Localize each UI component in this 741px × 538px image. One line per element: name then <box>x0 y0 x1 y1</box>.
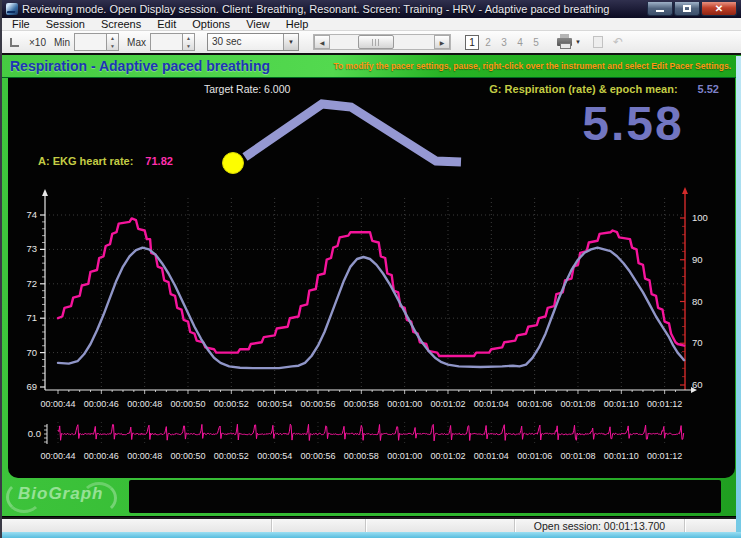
print-button[interactable]: ▼ <box>557 38 581 46</box>
svg-text:00:01:06: 00:01:06 <box>517 451 552 461</box>
footer-band: BioGraph <box>2 478 741 516</box>
menu-file[interactable]: File <box>4 18 38 31</box>
min-spin-buttons[interactable]: ▲▼ <box>106 33 119 51</box>
svg-text:00:00:58: 00:00:58 <box>344 399 379 409</box>
respiration-label: G: Respiration (rate) & epoch mean: <box>489 83 677 95</box>
svg-text:100: 100 <box>692 212 708 223</box>
svg-text:00:01:04: 00:01:04 <box>474 451 509 461</box>
spin-up-icon[interactable]: ▲ <box>107 34 118 42</box>
spin-up-icon[interactable]: ▲ <box>183 34 194 42</box>
svg-text:00:00:56: 00:00:56 <box>300 399 335 409</box>
toolbar: ×10 Min ▲▼ Max ▲▼ 30 sec ▼ ◀ ▶ 1 2 3 4 5 <box>2 31 741 55</box>
app-logo-icon <box>6 3 18 15</box>
svg-text:00:01:00: 00:01:00 <box>387 399 422 409</box>
menu-help[interactable]: Help <box>278 18 317 31</box>
app-window: Reviewing mode. Open Display session. Cl… <box>0 0 741 538</box>
svg-text:0.0: 0.0 <box>28 428 41 439</box>
page-button-1[interactable]: 1 <box>465 35 479 50</box>
svg-text:00:01:04: 00:01:04 <box>474 399 509 409</box>
menu-screens[interactable]: Screens <box>93 18 149 31</box>
chevron-down-icon[interactable]: ▼ <box>283 34 298 50</box>
interval-dropdown[interactable]: 30 sec ▼ <box>207 33 299 51</box>
status-bar: Open session: 00:01:13.700 <box>2 517 741 532</box>
status-segment <box>2 519 272 532</box>
svg-text:00:00:58: 00:00:58 <box>344 451 379 461</box>
svg-text:00:00:46: 00:00:46 <box>84 399 119 409</box>
status-session-time: Open session: 00:01:13.700 <box>515 519 685 532</box>
svg-text:00:01:10: 00:01:10 <box>604 399 639 409</box>
scroll-right-icon[interactable]: ▶ <box>434 35 450 49</box>
page-button-4[interactable]: 4 <box>513 35 527 50</box>
svg-text:00:01:02: 00:01:02 <box>430 399 465 409</box>
minimize-button[interactable] <box>647 2 673 16</box>
close-icon: ✕ <box>715 4 723 14</box>
svg-text:00:01:00: 00:01:00 <box>387 451 422 461</box>
undo-icon[interactable]: ↶ <box>613 35 623 49</box>
title-bar: Reviewing mode. Open Display session. Cl… <box>2 0 741 18</box>
svg-text:00:00:56: 00:00:56 <box>300 451 335 461</box>
svg-text:80: 80 <box>692 296 703 307</box>
menu-view[interactable]: View <box>238 18 278 31</box>
respiration-epoch-mean-value: 5.52 <box>698 83 719 95</box>
min-input[interactable] <box>74 33 106 51</box>
svg-text:00:00:54: 00:00:54 <box>257 451 292 461</box>
page-button-2[interactable]: 2 <box>481 35 495 50</box>
svg-text:70: 70 <box>692 337 703 348</box>
instrument-panel[interactable]: 6970717273746070809010000:00:4400:00:460… <box>8 78 735 478</box>
window-right-frame <box>736 56 741 532</box>
status-segment <box>685 519 741 532</box>
scroll-left-icon[interactable]: ◀ <box>314 35 330 49</box>
svg-text:00:01:06: 00:01:06 <box>517 399 552 409</box>
menu-options[interactable]: Options <box>184 18 238 31</box>
svg-text:00:00:48: 00:00:48 <box>127 451 162 461</box>
status-segment <box>366 519 515 532</box>
svg-text:90: 90 <box>692 254 703 265</box>
ekg-heart-rate-value: 71.82 <box>145 155 173 167</box>
respiration-rate-big-value: 5.58 <box>548 96 718 151</box>
page-button-3[interactable]: 3 <box>497 35 511 50</box>
page-button-5[interactable]: 5 <box>529 35 543 50</box>
svg-text:69: 69 <box>26 381 37 392</box>
svg-text:00:00:44: 00:00:44 <box>40 451 75 461</box>
ekg-readout: A: EKG heart rate: 71.82 <box>38 155 173 167</box>
copy-icon[interactable] <box>593 36 603 48</box>
ekg-label: A: EKG heart rate: <box>38 155 133 167</box>
max-spinner: ▲▼ <box>150 33 195 51</box>
close-button[interactable]: ✕ <box>701 2 737 16</box>
menu-session[interactable]: Session <box>38 18 93 31</box>
svg-text:72: 72 <box>26 278 37 289</box>
svg-text:00:00:52: 00:00:52 <box>214 451 249 461</box>
screen-banner: Respiration - Adaptive paced breathing T… <box>2 55 741 78</box>
svg-text:00:01:08: 00:01:08 <box>560 451 595 461</box>
max-label: Max <box>127 37 146 48</box>
menu-edit[interactable]: Edit <box>149 18 184 31</box>
scrollbar-track[interactable] <box>330 35 434 49</box>
spin-down-icon[interactable]: ▼ <box>107 42 118 50</box>
svg-text:00:00:52: 00:00:52 <box>214 399 249 409</box>
maximize-button[interactable] <box>674 2 700 16</box>
window-title: Reviewing mode. Open Display session. Cl… <box>22 3 643 15</box>
status-segment <box>272 519 366 532</box>
spin-down-icon[interactable]: ▼ <box>183 42 194 50</box>
printer-icon <box>557 38 572 46</box>
pacer-hint-text: To modify the pacer settings, pause, rig… <box>333 61 731 71</box>
min-spinner: ▲▼ <box>74 33 119 51</box>
svg-text:00:00:50: 00:00:50 <box>170 399 205 409</box>
minimize-icon <box>656 10 664 12</box>
svg-text:71: 71 <box>26 312 37 323</box>
axis-scale-icon[interactable] <box>10 38 19 47</box>
chevron-down-icon[interactable]: ▼ <box>575 39 581 45</box>
timeline-scrollbar[interactable]: ◀ ▶ <box>313 34 451 50</box>
svg-text:00:01:08: 00:01:08 <box>560 399 595 409</box>
max-spin-buttons[interactable]: ▲▼ <box>182 33 195 51</box>
biograph-logo: BioGraph <box>18 484 103 504</box>
svg-text:00:00:54: 00:00:54 <box>257 399 292 409</box>
interval-value: 30 sec <box>208 34 283 50</box>
caption-buttons: ✕ <box>647 2 737 16</box>
scrollbar-thumb[interactable] <box>358 35 394 49</box>
maximize-icon <box>683 5 691 12</box>
svg-text:00:00:50: 00:00:50 <box>170 451 205 461</box>
menu-bar: File Session Screens Edit Options View H… <box>2 18 741 31</box>
max-input[interactable] <box>150 33 182 51</box>
svg-text:74: 74 <box>26 209 37 220</box>
